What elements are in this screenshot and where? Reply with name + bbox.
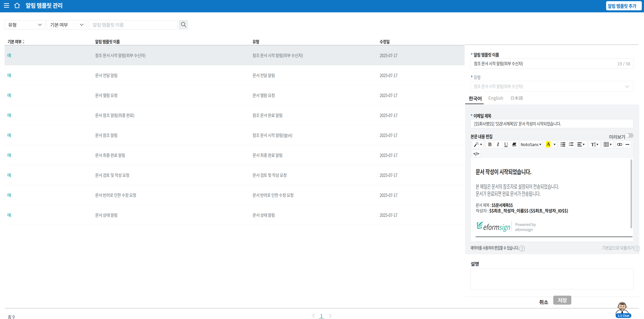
svg-text:1: 1 <box>569 142 570 144</box>
svg-text:2: 2 <box>569 144 570 146</box>
